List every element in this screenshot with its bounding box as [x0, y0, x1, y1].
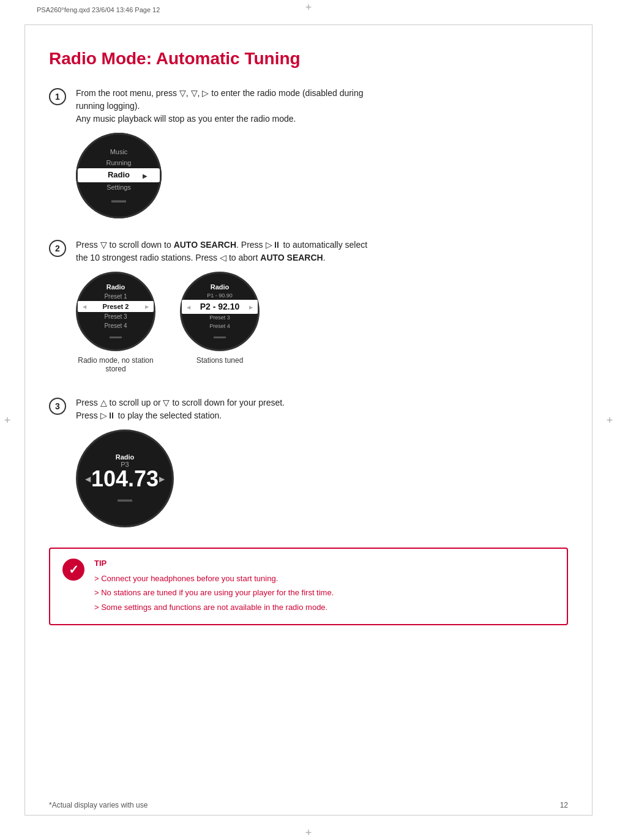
- radio-title-left: Radio: [107, 283, 125, 291]
- device-freq-step3: Radio P3 ◀ 104.73 ▶ ▬▬: [76, 429, 174, 527]
- step-1-number: 1: [49, 88, 66, 105]
- radio-preset4-left: Preset 4: [104, 321, 127, 330]
- page-title: Radio Mode: Automatic Tuning: [49, 49, 568, 69]
- step-2: 2 Press ▽ to scroll down to AUTO SEARCH.…: [49, 239, 568, 378]
- display-group-left: Radio Preset 1 ◀ Preset 2 ▶ Preset 3 Pre…: [76, 272, 155, 373]
- page-footer: *Actual display varies with use 12: [49, 801, 568, 809]
- arrow-right-icon3: ▶: [249, 304, 253, 310]
- page-number: 12: [560, 801, 568, 809]
- arrow-left-icon3: ◀: [85, 475, 91, 483]
- tip-title: TIP: [94, 559, 555, 568]
- main-content: Radio Mode: Automatic Tuning 1 From the …: [49, 37, 568, 803]
- step-1-line1: From the root menu, press ▽, ▽, ▷ to ent…: [76, 88, 364, 98]
- device-radio-right: Radio P1 - 90.90 ◀ P2 - 92.10 ▶ Preset 3…: [180, 272, 260, 351]
- caption-left: Radio mode, no station stored: [78, 356, 153, 373]
- arrow-left-icon: ◀: [83, 304, 86, 310]
- step-3-line1: Press △ to scroll up or ▽ to scroll down…: [76, 398, 285, 407]
- displays-row-step2: Radio Preset 1 ◀ Preset 2 ▶ Preset 3 Pre…: [76, 272, 568, 373]
- battery-icon-freq: ▬▬: [118, 495, 132, 504]
- radio-preset1-left: Preset 1: [104, 292, 127, 301]
- radio-title-right: Radio: [211, 283, 230, 291]
- step-3-line2: Press ▷⏸ to play the selected station.: [76, 411, 222, 420]
- reg-mark-right: [604, 414, 616, 426]
- tip-line-1: > Connect your headphones before you sta…: [94, 571, 555, 585]
- tip-box: ✓ TIP > Connect your headphones before y…: [49, 548, 568, 625]
- border-top: [24, 24, 593, 25]
- arrow-right-icon2: ▶: [145, 304, 149, 310]
- tip-content: TIP > Connect your headphones before you…: [94, 559, 555, 614]
- display-group-right: Radio P1 - 90.90 ◀ P2 - 92.10 ▶ Preset 3…: [180, 272, 260, 365]
- step-1-text: From the root menu, press ▽, ▽, ▷ to ent…: [76, 87, 568, 125]
- border-left: [24, 24, 25, 816]
- device-radio-inner-left: Radio Preset 1 ◀ Preset 2 ▶ Preset 3 Pre…: [78, 273, 154, 349]
- caption-right: Stations tuned: [196, 356, 244, 365]
- radio-preset3-right: Preset 3: [209, 314, 230, 322]
- device-display-step1: Music Running Radio ▶ Settings ▬▬: [76, 133, 162, 218]
- device-freq-inner-step3: Radio P3 ◀ 104.73 ▶ ▬▬: [78, 431, 172, 526]
- freq-number: 104.73: [91, 468, 159, 490]
- reg-mark-top: [302, 1, 315, 13]
- tip-line-3: > Some settings and functions are not av…: [94, 600, 555, 614]
- file-header: PSA260°feng.qxd 23/6/04 13:46 Page 12: [37, 6, 160, 13]
- menu-item-running: Running: [107, 158, 132, 169]
- arrow-left-icon2: ◀: [187, 304, 190, 310]
- freq-radio-title: Radio: [116, 453, 135, 461]
- device-radio-inner-right: Radio P1 - 90.90 ◀ P2 - 92.10 ▶ Preset 3…: [182, 273, 258, 349]
- reg-mark-left: [1, 414, 13, 426]
- arrow-right-icon4: ▶: [159, 475, 165, 483]
- border-right: [592, 24, 593, 816]
- step-2-content: Press ▽ to scroll down to AUTO SEARCH. P…: [76, 239, 568, 378]
- step-1-line3: Any music playback will stop as you ente…: [76, 114, 296, 124]
- reg-mark-bottom: [302, 827, 315, 839]
- device-display-inner-step1: Music Running Radio ▶ Settings ▬▬: [76, 133, 162, 218]
- battery-icon: ▬▬: [111, 196, 126, 204]
- step-3: 3 Press △ to scroll up or ▽ to scroll do…: [49, 396, 568, 529]
- step-1: 1 From the root menu, press ▽, ▽, ▷ to e…: [49, 87, 568, 220]
- arrow-right-icon: ▶: [143, 172, 148, 179]
- radio-preset4-right: Preset 4: [209, 322, 230, 331]
- step-3-content: Press △ to scroll up or ▽ to scroll down…: [76, 396, 568, 529]
- menu-item-settings: Settings: [107, 182, 131, 193]
- device-radio-left: Radio Preset 1 ◀ Preset 2 ▶ Preset 3 Pre…: [76, 272, 155, 351]
- tip-line-2: > No stations are tuned if you are using…: [94, 585, 555, 600]
- border-bottom: [24, 815, 593, 816]
- battery-icon-left: ▬▬: [110, 333, 122, 340]
- footnote: *Actual display varies with use: [49, 801, 148, 809]
- radio-preset2-selected-left: Preset 2: [78, 301, 154, 313]
- step-1-line2: running logging).: [76, 101, 140, 111]
- step-1-content: From the root menu, press ▽, ▽, ▷ to ent…: [76, 87, 568, 220]
- step-3-text: Press △ to scroll up or ▽ to scroll down…: [76, 396, 568, 422]
- step-2-number: 2: [49, 240, 66, 257]
- battery-icon-right: ▬▬: [214, 333, 226, 340]
- step-3-number: 3: [49, 398, 66, 415]
- radio-p2-selected-right: P2 - 92.10: [182, 300, 258, 314]
- tip-check-icon: ✓: [62, 559, 84, 581]
- menu-item-music: Music: [110, 147, 128, 158]
- radio-preset3-left: Preset 3: [104, 312, 127, 321]
- step-2-text: Press ▽ to scroll down to AUTO SEARCH. P…: [76, 239, 568, 264]
- radio-p1-right: P1 - 90.90: [207, 292, 233, 300]
